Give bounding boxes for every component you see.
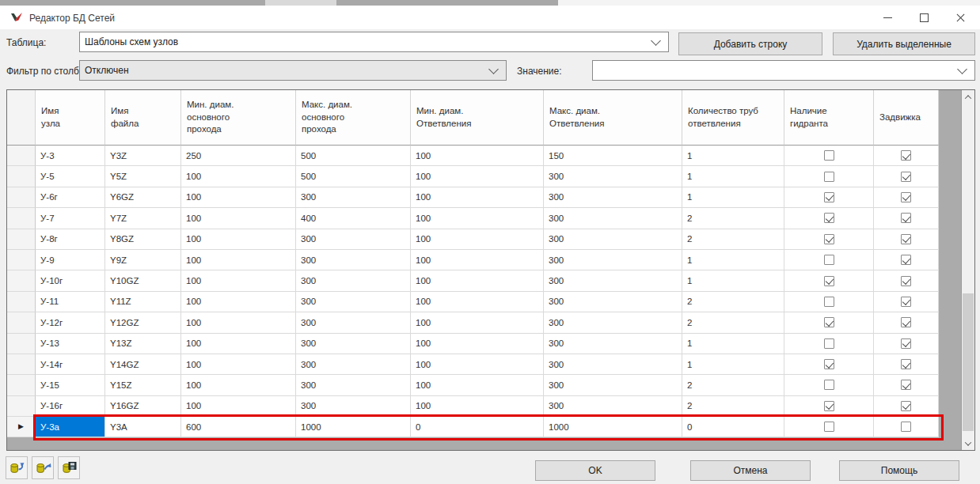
table-row[interactable]: У-11Y11Z1003001003002 [7,292,974,312]
cell-hydrant[interactable] [784,146,874,166]
cell-file[interactable]: Y8GZ [105,229,181,250]
hydrant-checkbox[interactable] [824,150,834,161]
cell-pipe_count[interactable]: 1 [682,354,784,375]
chevron-down-icon[interactable] [488,64,499,74]
valve-checkbox[interactable] [901,359,911,369]
valve-checkbox[interactable] [901,401,911,411]
chevron-down-icon[interactable] [651,36,661,46]
scroll-down-button[interactable] [962,437,974,450]
table-row[interactable]: У-10гY10GZ1003001003001 [7,270,974,291]
cell-max_main[interactable]: 300 [296,334,411,354]
hydrant-checkbox[interactable] [824,276,834,286]
cell-min_branch[interactable]: 100 [411,396,544,417]
table-row[interactable]: У-14гY14GZ1003001003001 [7,354,974,375]
cell-hydrant[interactable] [784,354,874,375]
cell-max_main[interactable]: 500 [296,146,411,166]
cell-name[interactable]: У-3а [36,417,105,437]
cell-hydrant[interactable] [784,334,874,354]
cell-hydrant[interactable] [784,187,874,208]
maximize-button[interactable] [906,6,942,29]
cell-valve[interactable] [874,354,939,375]
cell-pipe_count[interactable]: 2 [682,312,784,333]
cell-min_main[interactable]: 600 [181,417,296,437]
cell-max_main[interactable]: 500 [296,166,411,187]
cell-name[interactable]: У-3 [36,146,105,166]
cell-max_main[interactable]: 300 [296,229,411,250]
cell-file[interactable]: Y13Z [105,334,181,354]
header-branch-pipe-count[interactable]: Количество труб ответвления [682,90,784,146]
cell-hydrant[interactable] [784,270,874,291]
row-selector-cell[interactable] [7,166,36,187]
cell-name[interactable]: У-8г [36,229,105,250]
cell-pipe_count[interactable]: 1 [682,250,784,270]
cell-pipe_count[interactable]: 2 [682,292,784,312]
table-row[interactable]: У-16гY16GZ1003001003002 [7,396,974,417]
cell-name[interactable]: У-5 [36,166,105,187]
cell-min_branch[interactable]: 100 [411,229,544,250]
cell-name[interactable]: У-12г [36,312,105,333]
cell-hydrant[interactable] [784,417,874,437]
cell-max_branch[interactable]: 300 [544,166,682,187]
cell-min_main[interactable]: 100 [181,270,296,291]
hydrant-checkbox[interactable] [824,192,834,202]
valve-checkbox[interactable] [901,213,911,223]
scrollbar-thumb[interactable] [963,293,974,431]
cell-max_branch[interactable]: 300 [544,250,682,270]
cell-valve[interactable] [874,312,939,333]
cell-file[interactable]: Y10GZ [105,270,181,291]
cell-name[interactable]: У-7 [36,208,105,229]
cell-min_main[interactable]: 100 [181,312,296,333]
cell-valve[interactable] [874,270,939,291]
row-selector-cell[interactable] [7,375,36,395]
valve-checkbox[interactable] [901,380,911,390]
valve-checkbox[interactable] [901,255,911,265]
cell-name[interactable]: У-15 [36,375,105,395]
cell-max_branch[interactable]: 300 [544,375,682,395]
cell-name[interactable]: У-13 [36,334,105,354]
cell-pipe_count[interactable]: 0 [682,417,784,437]
header-hydrant[interactable]: Наличие гидранта [784,90,874,146]
undo-db-button[interactable] [6,456,28,479]
cell-max_main[interactable]: 300 [296,354,411,375]
hydrant-checkbox[interactable] [824,234,834,244]
cell-min_branch[interactable]: 100 [411,166,544,187]
cell-min_branch[interactable]: 100 [411,312,544,333]
cell-name[interactable]: У-16г [36,396,105,417]
cell-min_branch[interactable]: 100 [411,250,544,270]
cell-file[interactable]: Y3Z [105,146,181,166]
table-row[interactable]: У-6гY6GZ1003001003001 [7,187,974,208]
cell-min_branch[interactable]: 100 [411,354,544,375]
help-button[interactable]: Помощь [839,460,959,481]
cell-file[interactable]: Y14GZ [105,354,181,375]
cell-min_branch[interactable]: 100 [411,334,544,354]
cell-name[interactable]: У-11 [36,292,105,312]
valve-checkbox[interactable] [901,234,911,244]
header-max-branch-diameter[interactable]: Макс. диам. Ответвления [544,90,682,146]
filter-combobox[interactable]: Отключен [79,60,507,81]
cell-max_branch[interactable]: 300 [544,396,682,417]
cell-pipe_count[interactable]: 2 [682,375,784,395]
cell-pipe_count[interactable]: 2 [682,396,784,417]
scroll-up-button[interactable] [962,90,974,104]
cell-hydrant[interactable] [784,292,874,312]
cell-valve[interactable] [874,187,939,208]
cell-valve[interactable] [874,375,939,395]
cell-min_main[interactable]: 100 [181,250,296,270]
cell-min_main[interactable]: 100 [181,354,296,375]
header-min-main-diameter[interactable]: Мин. диам. основного прохода [181,90,296,146]
cell-name[interactable]: У-6г [36,187,105,208]
cell-max_main[interactable]: 1000 [296,417,411,437]
header-node-name[interactable]: Имя узла [36,90,105,146]
hydrant-checkbox[interactable] [824,380,834,390]
cell-file[interactable]: Y16GZ [105,396,181,417]
row-selector-cell[interactable] [7,229,36,250]
cell-pipe_count[interactable]: 1 [682,146,784,166]
valve-checkbox[interactable] [901,338,911,349]
cell-min_branch[interactable]: 100 [411,208,544,229]
valve-checkbox[interactable] [901,297,911,307]
row-selector-cell[interactable] [7,354,36,375]
cell-hydrant[interactable] [784,396,874,417]
table-row[interactable]: У-9Y9Z1003001003001 [7,250,974,270]
cell-valve[interactable] [874,396,939,417]
row-selector-cell[interactable] [7,312,36,333]
